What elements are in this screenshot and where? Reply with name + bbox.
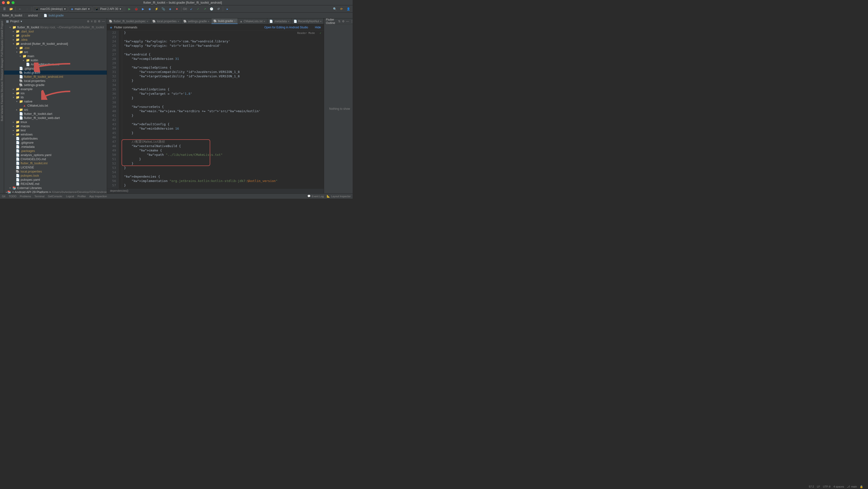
tree-item-macos[interactable]: ▸📁macos [4,124,107,128]
tree-item-local-properties[interactable]: 🐘local.properties [4,169,107,173]
tree-item-cmakelists-txt[interactable]: ▲CMakeLists.txt [4,104,107,108]
attach-button[interactable]: 📎 [160,6,166,12]
layout-inspector-button[interactable]: 📐 Layout Inspector [327,195,351,198]
reset-button[interactable]: ⟳ [339,6,344,12]
bottom-tool-logcat[interactable]: Logcat [66,195,74,198]
collapse-all-icon[interactable]: ⊟ [94,20,96,23]
close-window-button[interactable] [2,1,5,4]
close-tab-icon[interactable]: × [178,20,179,23]
tree-item-flutter-ffi-toolkit-web-dart[interactable]: 📄flutter_ffi_toolkit_web.dart [4,116,107,120]
chevron-down-icon[interactable]: ▾ [21,20,22,23]
flutter-attach-button[interactable]: ◈ [167,6,173,12]
tree-item--gitignore[interactable]: 📄.gitignore [4,66,107,70]
hide-icon[interactable]: — [102,20,105,23]
tree-item-test[interactable]: ▸📁test [4,128,107,132]
close-tab-icon[interactable]: × [264,20,265,23]
tree-item-flutter-ffi-toolkit[interactable]: ▾📁flutter_ffi_toolkit library root, ~/De… [4,25,107,29]
tree-item--gitattributes[interactable]: 📄.gitattributes [4,137,107,141]
emulator-selector[interactable]: 📱 Pixel 2 API 30 ▾ [93,6,123,11]
tool-tab-resource-manager[interactable]: Resource Manager [0,57,4,81]
tree-item--dart-tool[interactable]: ▸📁.dart_tool [4,29,107,33]
bottom-tool-git[interactable]: Git [2,195,5,198]
bottom-tool-profiler[interactable]: Profiler [78,195,86,198]
editor-tab-settings-gradle[interactable]: 🐘settings.gradle× [181,19,211,24]
tool-tab-build-variants[interactable]: Build Variants [0,105,4,122]
tree-item-windows[interactable]: ▸📁windows [4,132,107,137]
editor-tab--metadata[interactable]: 📄.metadata× [268,19,291,24]
tree-item-androidmanifest-xml[interactable]: 📄AndroidManifest.xml [4,62,107,66]
tree-item-readme-md[interactable]: 📄README.md [4,182,107,186]
coverage-button[interactable]: ▶ [140,6,146,12]
tree-item-license[interactable]: 📄LICENSE [4,165,107,169]
tree-item-android-flutter-ffi-toolkit-android-[interactable]: ▾📁android [flutter_ffi_toolkit_android] [4,42,107,46]
code-breadcrumb[interactable]: dependencies{} [107,189,324,193]
tree-item-settings-gradle[interactable]: 🐘settings.gradle [4,83,107,87]
breadcrumb-folder[interactable]: android [28,14,38,17]
tree-item--idea[interactable]: ▸📁.idea [4,37,107,42]
editor-tab-flutter-ffi-toolkit-podspec[interactable]: 🐘flutter_ffi_toolkit.podspec× [107,19,150,24]
tree-item--gitignore[interactable]: 📄.gitignore [4,141,107,145]
tree-item-src[interactable]: ▸📁src [4,108,107,112]
git-history-button[interactable]: 🕐 [209,6,215,12]
breadcrumb-root[interactable]: flutter_ffi_toolkit [2,14,22,17]
event-log-button[interactable]: 💬 Event Log [307,195,324,198]
menu-button[interactable]: ☰ [1,6,7,12]
code-editor[interactable]: 2223242526272829303132333435363738394041… [107,31,324,189]
tree-item-changelog-md[interactable]: 📄CHANGELOG.md [4,157,107,161]
run-button[interactable]: ▶ [126,6,132,12]
more-icon[interactable]: ⋮ [350,20,352,23]
tree-item-src[interactable]: ▾📁src [4,50,107,54]
git-push-button[interactable]: ↗ [202,6,208,12]
tool-tab-pull-requests[interactable]: Pull Requests [0,40,4,57]
filter-icon[interactable]: ⇅ [338,20,341,23]
expand-all-icon[interactable]: ≡ [91,20,93,23]
search-button[interactable]: 🔍 [332,6,338,12]
maximize-window-button[interactable] [11,1,14,4]
editor-tab-cmakelists-txt[interactable]: ▲CMakeLists.txt× [238,19,268,24]
tree-item-external-libraries[interactable]: ▾📚External Libraries [4,186,107,190]
project-tree[interactable]: ▾📁flutter_ffi_toolkit library root, ~/De… [4,24,107,193]
tree-item-native[interactable]: ▾📁native [4,99,107,104]
tree-item-pubspec-lock[interactable]: 📄pubspec.lock [4,173,107,178]
close-tab-icon[interactable]: × [288,20,289,23]
run-config-selector[interactable]: ◈ main.dart ▾ [69,6,92,11]
bottom-tool-terminal[interactable]: Terminal [34,195,44,198]
tree-item-analysis-options-yaml[interactable]: 📄analysis_options.yaml [4,153,107,157]
more-button[interactable]: ▸ [224,6,230,12]
hide-icon[interactable]: — [346,20,349,23]
back-button[interactable]: ← [17,6,23,12]
tree-item-flutter-ffi-toolkit-iml[interactable]: 📄flutter_ffi_toolkit.iml [4,161,107,165]
tool-tab-favorites[interactable]: Favorites [0,92,4,105]
tree-item-flutter-ffi-toolkit-android-iml[interactable]: 📄flutter_ffi_toolkit_android.iml [4,75,107,79]
settings-icon[interactable]: ⚙ [98,20,100,23]
tree-item-kotlin[interactable]: ▸📁kotlin [4,58,107,62]
tree-item-linux[interactable]: ▸📁linux [4,120,107,124]
stop-button[interactable]: ■ [174,6,180,12]
forward-button[interactable]: → [24,6,30,12]
tree-item--packages[interactable]: 📄.packages [4,149,107,153]
git-update-button[interactable]: ↙ [188,6,194,12]
tree-item--gradle[interactable]: ▸📁.gradle [4,33,107,37]
tree-item-build-gradle[interactable]: 🐘build.gradle [4,70,107,75]
close-tab-icon[interactable]: × [208,20,209,23]
breadcrumb-file[interactable]: build.gradle [49,14,64,17]
tree-item-lib[interactable]: ▾📁lib [4,95,107,99]
git-commit-button[interactable]: ✓ [195,6,201,12]
close-tab-icon[interactable]: × [320,20,321,23]
code-content[interactable]: } "kw">apply "kw">plugin: "str">'com."kw… [122,31,324,189]
debug-button[interactable]: 🐞 [133,6,139,12]
hot-reload-button[interactable]: ⚡ [154,6,159,12]
hide-banner-link[interactable]: Hide [315,26,321,29]
bottom-tool-app-inspection[interactable]: App Inspection [89,195,107,198]
bottom-tool-getconsole-[interactable]: GetConsole: [48,195,63,198]
editor-tab-build-gradle[interactable]: 🐘build.gradle× [211,19,238,24]
tool-tab-structure[interactable]: Structure [0,81,4,93]
git-revert-button[interactable]: ↺ [216,6,221,12]
tree-item-main[interactable]: ▾📁main [4,54,107,58]
tree-item-local-properties[interactable]: 🐘local.properties [4,79,107,83]
minimize-window-button[interactable] [7,1,10,4]
open-button[interactable]: 📂 [8,6,14,12]
avatar-button[interactable]: 👤 [345,6,351,12]
bottom-tool-todo[interactable]: TODO [9,195,17,198]
tool-tab-project[interactable]: Project [0,20,4,30]
